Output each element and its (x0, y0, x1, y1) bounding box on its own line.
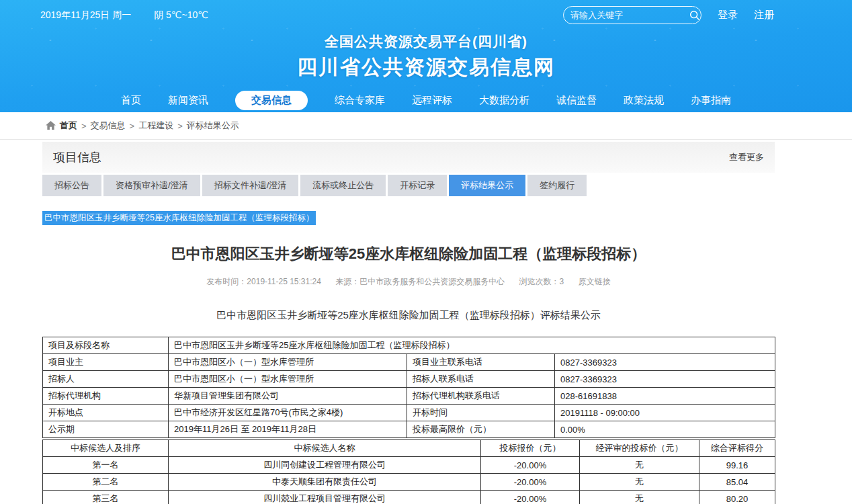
table-row: 项目及标段名称 巴中市恩阳区玉井乡断垭等25座水库枢纽除险加固工程（监理标段招标… (43, 337, 775, 354)
login-link[interactable]: 登录 (718, 9, 738, 22)
article-subtitle: 巴中市恩阳区玉井乡断垭等25座水库枢纽除险加固工程（监理标段招标）评标结果公示 (42, 309, 775, 322)
register-link[interactable]: 注册 (754, 9, 774, 22)
price-cell: -20.00% (481, 491, 580, 504)
column-header: 中标候选人及排序 (43, 440, 169, 457)
field-value: 0827-3369323 (555, 371, 775, 388)
tab-tender-notice[interactable]: 招标公告 (42, 175, 101, 196)
column-header: 投标报价（元） (481, 440, 580, 457)
company-cell: 中泰天顺集团有限责任公司 (169, 474, 481, 491)
breadcrumb: 首页 > 交易信息 > 工程建设 > 评标结果公示 (0, 112, 852, 140)
field-value: 华新项目管理集团有限公司 (169, 388, 407, 405)
nav-item-guide[interactable]: 办事指南 (691, 91, 731, 110)
company-cell: 四川兢业工程项目管理有限公司 (169, 491, 481, 504)
main-nav: 首页 新闻资讯 交易信息 综合专家库 远程评标 大数据分析 诚信监督 政策法规 … (0, 91, 852, 110)
rank-cell: 第三名 (43, 491, 169, 504)
nav-item-policy[interactable]: 政策法规 (624, 91, 664, 110)
nav-item-integrity[interactable]: 诚信监督 (556, 91, 597, 110)
project-link-selected[interactable]: 巴中市恩阳区玉井乡断垭等25座水库枢纽除险加固工程（监理标段招标） (42, 211, 316, 225)
field-label: 招标代理机构联系电话 (407, 388, 555, 405)
field-value: 巴中市经济开发区红星路70号(市民之家4楼) (169, 405, 407, 421)
table-row: 第二名 中泰天顺集团有限责任公司 -20.00% 无 85.04 (43, 474, 775, 491)
breadcrumb-home[interactable]: 首页 (60, 120, 77, 132)
search-icon[interactable] (689, 9, 701, 22)
column-header: 经评审的投标价（元） (580, 440, 699, 457)
field-label: 招标代理机构 (43, 388, 169, 405)
tab-bar: 招标公告 资格预审补遗/澄清 招标文件补遗/澄清 流标或终止公告 开标记录 评标… (42, 175, 775, 196)
field-value: 0.00% (555, 421, 775, 438)
tab-eval-result[interactable]: 评标结果公示 (449, 175, 525, 196)
field-value: 028-61691838 (555, 388, 775, 405)
price-cell: -20.00% (481, 457, 580, 474)
field-value: 巴中市恩阳区小（一）型水库管理所 (169, 371, 407, 388)
score-cell: 85.04 (699, 474, 775, 491)
search-input[interactable] (570, 10, 689, 20)
breadcrumb-trade-info[interactable]: 交易信息 (91, 120, 126, 132)
article-title: 巴中市恩阳区玉井乡断垭等25座水库枢纽除险加固工程（监理标段招标） (42, 244, 775, 264)
view-count: 浏览次数：3 (519, 277, 564, 286)
view-more-link[interactable]: 查看更多 (729, 151, 764, 163)
field-label: 项目业主 (43, 354, 169, 371)
score-cell: 99.16 (699, 457, 775, 474)
field-value: 0827-3369323 (555, 354, 775, 371)
table-row: 项目业主 巴中市恩阳区小（一）型水库管理所 项目业主联系电话 0827-3369… (43, 354, 775, 371)
company-cell: 四川同创建设工程管理有限公司 (169, 457, 481, 474)
top-bar: 2019年11月25日 周一 阴 5℃~10℃ 登录 注册 (0, 0, 852, 24)
site-title: 四川省公共资源交易信息网 (0, 54, 852, 81)
field-label: 招标人联系电话 (407, 371, 555, 388)
nav-item-home[interactable]: 首页 (121, 91, 141, 110)
field-label: 公示期 (43, 421, 169, 438)
field-label: 投标最高限价（元） (407, 421, 555, 438)
tab-prequalification[interactable]: 资格预审补遗/澄清 (103, 175, 200, 196)
candidates-table: 中标候选人及排序 中标候选人名称 投标报价（元） 经评审的投标价（元） 综合评标… (42, 439, 775, 504)
breadcrumb-eval-result[interactable]: 评标结果公示 (187, 120, 239, 132)
score-cell: 80.20 (699, 491, 775, 504)
main-content: 项目信息 查看更多 招标公告 资格预审补遗/澄清 招标文件补遗/澄清 流标或终止… (42, 142, 775, 504)
reviewed-price-cell: 无 (580, 474, 699, 491)
table-header-row: 中标候选人及排序 中标候选人名称 投标报价（元） 经评审的投标价（元） 综合评标… (43, 440, 775, 457)
tab-bid-opening[interactable]: 开标记录 (388, 175, 447, 196)
site-header: 2019年11月25日 周一 阴 5℃~10℃ 登录 注册 全国公共资源交易平台… (0, 0, 852, 112)
home-icon (46, 121, 56, 130)
field-label: 开标时间 (407, 405, 555, 421)
table-row: 开标地点 巴中市经济开发区红星路70号(市民之家4楼) 开标时间 2019111… (43, 405, 775, 421)
breadcrumb-engineering[interactable]: 工程建设 (138, 120, 173, 132)
date-text: 2019年11月25日 周一 (40, 9, 131, 22)
nav-item-big-data[interactable]: 大数据分析 (479, 91, 529, 110)
site-titles: 全国公共资源交易平台(四川省) 四川省公共资源交易信息网 (0, 32, 852, 81)
field-value: 20191118 - 09:00:00 (555, 405, 775, 421)
tab-contract[interactable]: 签约履行 (527, 175, 587, 196)
table-row: 招标代理机构 华新项目管理集团有限公司 招标代理机构联系电话 028-61691… (43, 388, 775, 405)
price-cell: -20.00% (481, 474, 580, 491)
field-value: 巴中市恩阳区小（一）型水库管理所 (169, 354, 407, 371)
field-label: 开标地点 (43, 405, 169, 421)
field-label: 项目及标段名称 (43, 337, 169, 354)
article-meta: 发布时间：2019-11-25 15:31:24 来源：巴中市政务服务和公共资源… (42, 276, 775, 288)
field-label: 项目业主联系电话 (407, 354, 555, 371)
site-subtitle: 全国公共资源交易平台(四川省) (0, 32, 852, 51)
reviewed-price-cell: 无 (580, 491, 699, 504)
tab-termination[interactable]: 流标或终止公告 (300, 175, 386, 196)
table-row: 第一名 四川同创建设工程管理有限公司 -20.00% 无 99.16 (43, 457, 775, 474)
original-link[interactable]: 原文链接 (579, 277, 611, 286)
nav-item-news[interactable]: 新闻资讯 (168, 91, 208, 110)
rank-cell: 第二名 (43, 474, 169, 491)
field-label: 招标人 (43, 371, 169, 388)
field-value: 巴中市恩阳区玉井乡断垭等25座水库枢纽除险加固工程（监理标段招标） (169, 337, 775, 354)
section-title: 项目信息 (53, 149, 101, 165)
breadcrumb-separator: > (81, 121, 87, 131)
source-text: 来源：巴中市政务服务和公共资源交易服务中心 (335, 277, 505, 286)
table-row: 招标人 巴中市恩阳区小（一）型水库管理所 招标人联系电话 0827-336932… (43, 371, 775, 388)
rank-cell: 第一名 (43, 457, 169, 474)
weather-text: 阴 5℃~10℃ (154, 9, 208, 22)
tab-doc-supplement[interactable]: 招标文件补遗/澄清 (202, 175, 299, 196)
nav-item-expert-db[interactable]: 综合专家库 (335, 91, 385, 110)
reviewed-price-cell: 无 (580, 457, 699, 474)
nav-item-remote-eval[interactable]: 远程评标 (412, 91, 452, 110)
column-header: 综合评标得分 (699, 440, 775, 457)
nav-item-trade-info[interactable]: 交易信息 (235, 91, 308, 110)
breadcrumb-separator: > (177, 121, 183, 131)
table-row: 公示期 2019年11月26日 至 2019年11月28日 投标最高限价（元） … (43, 421, 775, 438)
column-header: 中标候选人名称 (169, 440, 481, 457)
search-box[interactable] (563, 6, 701, 24)
field-value: 2019年11月26日 至 2019年11月28日 (169, 421, 407, 438)
